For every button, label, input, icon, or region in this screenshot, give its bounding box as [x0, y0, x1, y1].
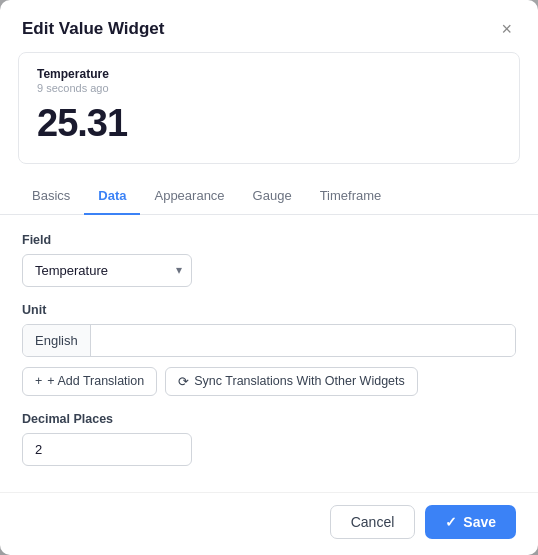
cancel-button[interactable]: Cancel	[330, 505, 416, 539]
unit-text-input[interactable]	[91, 325, 515, 356]
tab-data[interactable]: Data	[84, 178, 140, 215]
checkmark-icon: ✓	[445, 514, 457, 530]
preview-time: 9 seconds ago	[37, 82, 501, 94]
preview-value: 25.31	[37, 102, 501, 145]
unit-row: English	[22, 324, 516, 357]
tab-appearance[interactable]: Appearance	[140, 178, 238, 215]
modal-body: Field Temperature ▾ Unit English +	[0, 215, 538, 493]
tabs-row: Basics Data Appearance Gauge Timeframe	[0, 178, 538, 215]
plus-icon: +	[35, 374, 42, 388]
sync-translations-button[interactable]: ⟳ Sync Translations With Other Widgets	[165, 367, 418, 396]
sync-icon: ⟳	[178, 374, 189, 389]
save-button[interactable]: ✓ Save	[425, 505, 516, 539]
unit-section: Unit English + + Add Translation ⟳ Sync …	[22, 303, 516, 396]
field-select-wrapper: Temperature ▾	[22, 254, 192, 287]
decimal-places-input[interactable]	[22, 433, 192, 466]
field-select[interactable]: Temperature	[22, 254, 192, 287]
tab-timeframe[interactable]: Timeframe	[306, 178, 396, 215]
modal-title: Edit Value Widget	[22, 19, 164, 39]
preview-label: Temperature	[37, 67, 501, 81]
modal-overlay: Edit Value Widget × Temperature 9 second…	[0, 0, 538, 555]
unit-section-label: Unit	[22, 303, 516, 317]
tab-basics[interactable]: Basics	[18, 178, 84, 215]
add-translation-button[interactable]: + + Add Translation	[22, 367, 157, 396]
modal-footer: Cancel ✓ Save	[0, 492, 538, 555]
modal-header: Edit Value Widget ×	[0, 0, 538, 52]
unit-language: English	[23, 325, 91, 356]
add-translation-label: + Add Translation	[47, 374, 144, 388]
field-section-label: Field	[22, 233, 516, 247]
tab-gauge[interactable]: Gauge	[239, 178, 306, 215]
decimal-section-label: Decimal Places	[22, 412, 516, 426]
field-section: Field Temperature ▾	[22, 233, 516, 287]
save-label: Save	[463, 514, 496, 530]
sync-label: Sync Translations With Other Widgets	[194, 374, 405, 388]
preview-card: Temperature 9 seconds ago 25.31	[18, 52, 520, 164]
decimal-section: Decimal Places	[22, 412, 516, 466]
close-button[interactable]: ×	[497, 18, 516, 40]
unit-btn-row: + + Add Translation ⟳ Sync Translations …	[22, 367, 516, 396]
edit-value-widget-modal: Edit Value Widget × Temperature 9 second…	[0, 0, 538, 555]
